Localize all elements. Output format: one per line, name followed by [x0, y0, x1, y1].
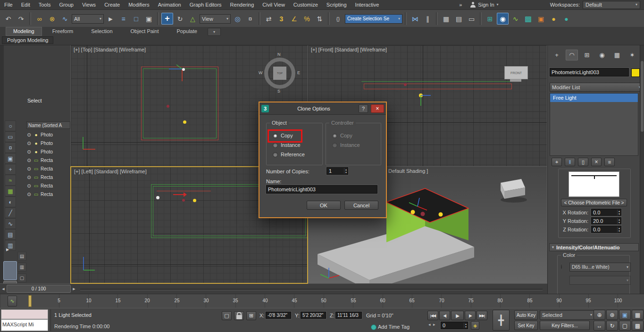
- color-preset-dropdown[interactable]: D65 Illu...e White) ▾: [569, 263, 631, 272]
- compass-west[interactable]: W: [259, 70, 263, 75]
- move-gizmo-arrow[interactable]: [173, 194, 184, 195]
- list-item[interactable]: ⊙ ▭ Recta: [26, 156, 71, 164]
- select-by-name-icon[interactable]: ≡: [117, 13, 129, 25]
- render-production-icon[interactable]: ●: [548, 13, 560, 25]
- list-item[interactable]: ⊙ ▭ Recta: [26, 173, 71, 181]
- toggle-ribbon-icon[interactable]: ▭: [466, 13, 477, 25]
- add-time-tag[interactable]: Add Time Tag: [378, 324, 410, 330]
- tab-modeling[interactable]: Modeling: [6, 27, 42, 36]
- undo-icon[interactable]: ↶: [2, 13, 14, 25]
- select-and-manipulate-icon[interactable]: ¤: [244, 13, 256, 25]
- select-and-rotate-icon[interactable]: ↻: [174, 13, 186, 25]
- angle-snap-icon[interactable]: ∠: [288, 13, 300, 25]
- bind-to-space-warp-icon[interactable]: ∿: [59, 13, 71, 25]
- auto-key-button[interactable]: Auto Key: [514, 310, 538, 320]
- x-rotation-spinner[interactable]: 0.0 ▴▾: [591, 209, 621, 216]
- z-rotation-spinner[interactable]: 0.0 ▴▾: [591, 226, 621, 233]
- zoom-all-icon[interactable]: ⊛: [606, 310, 618, 320]
- room-wireframe-red[interactable]: [364, 84, 512, 89]
- orbit-icon[interactable]: ↻: [606, 321, 618, 331]
- menu-item-animation[interactable]: Animation: [154, 0, 185, 9]
- spinner-snap-icon[interactable]: ⇅: [314, 13, 326, 25]
- number-of-copies-spinner[interactable]: 1 ▴▾: [326, 167, 348, 175]
- eye-icon[interactable]: ⊙: [26, 183, 32, 188]
- tab-freeform[interactable]: Freeform: [45, 27, 81, 36]
- display-tab-icon[interactable]: ▦: [611, 50, 623, 60]
- menu-item-interactive[interactable]: Interactive: [351, 0, 384, 9]
- key-filters-button[interactable]: Key Filters...: [540, 321, 590, 330]
- menu-item-modifiers[interactable]: Modifiers: [124, 0, 154, 9]
- z-coordinate-field[interactable]: [335, 312, 362, 319]
- maximize-viewport-toggle-icon[interactable]: ▩: [632, 321, 644, 331]
- explorer-page-icon[interactable]: ▥: [17, 263, 26, 272]
- maxscript-mini-listener-pink[interactable]: [1, 309, 48, 319]
- secondary-color-dropdown[interactable]: ▾: [569, 276, 631, 285]
- edit-named-selection-sets-icon[interactable]: {}: [332, 13, 344, 25]
- eye-icon[interactable]: ⊙: [26, 149, 32, 154]
- ok-button[interactable]: OK: [307, 201, 341, 210]
- compass-south[interactable]: S: [277, 89, 280, 94]
- time-slider-prev-arrow[interactable]: ◀: [1, 286, 6, 292]
- eye-icon[interactable]: ⊙: [26, 132, 32, 137]
- window-crossing-toggle-icon[interactable]: ▣: [143, 13, 155, 25]
- menu-item-civil-view[interactable]: Civil View: [258, 0, 289, 9]
- navigation-cross-icon[interactable]: ╋: [493, 310, 510, 331]
- go-to-start-button[interactable]: |◀◀: [427, 311, 438, 320]
- help-button[interactable]: ?: [359, 104, 368, 113]
- menu-item-file[interactable]: File: [0, 0, 17, 9]
- cancel-button[interactable]: Cancel: [344, 201, 378, 210]
- zoom-extents-all-icon[interactable]: ▦: [632, 310, 644, 320]
- create-tab-icon[interactable]: +: [551, 50, 563, 60]
- menu-item-graph-editors[interactable]: Graph Editors: [185, 0, 226, 9]
- timeline-ruler[interactable]: ∿ 5 10 15 20 25 30 35 40 45 50 55 60 65 …: [0, 294, 644, 308]
- ribbon-minimize-button[interactable]: ▾: [208, 28, 221, 36]
- dialog-titlebar[interactable]: 3 Clone Options ? ×: [259, 102, 386, 115]
- time-slider-marker[interactable]: [28, 295, 32, 307]
- material-editor-icon[interactable]: ◉: [497, 13, 509, 25]
- explorer-delete-icon[interactable]: ▢: [17, 273, 26, 282]
- display-lights-icon[interactable]: ¤: [5, 142, 16, 153]
- configure-modifier-sets-icon[interactable]: ≡: [604, 158, 615, 166]
- mirror-icon[interactable]: ⋈: [409, 13, 421, 25]
- eye-icon[interactable]: ⊙: [26, 192, 32, 197]
- select-object-icon[interactable]: ►: [105, 13, 117, 25]
- viewport-layout-tab-1[interactable]: [3, 261, 17, 280]
- modify-tab-icon[interactable]: ◠: [566, 50, 578, 60]
- toolbar-flyout-arrow-icon[interactable]: ▶: [6, 247, 9, 252]
- object-name-input[interactable]: [550, 68, 629, 77]
- modifier-list-dropdown[interactable]: Modifier List ▾: [550, 83, 640, 92]
- redo-icon[interactable]: ↷: [15, 13, 27, 25]
- selection-filter-dropdown[interactable]: All ▾: [72, 14, 104, 24]
- display-groups-icon[interactable]: ▦: [5, 186, 16, 196]
- list-item[interactable]: ⊙ ● Photo: [26, 139, 71, 147]
- modifier-stack[interactable]: Free Light: [550, 93, 638, 156]
- light-object-dot[interactable]: [439, 213, 443, 217]
- utilities-tab-icon[interactable]: ✶: [626, 50, 638, 60]
- light-object-dot[interactable]: [182, 68, 185, 71]
- light-object-dot[interactable]: [167, 105, 169, 108]
- current-frame-spinner[interactable]: 0 ▴▾: [441, 322, 468, 329]
- list-item[interactable]: ⊙ ● Photo: [26, 130, 71, 139]
- menu-item-edit[interactable]: Edit: [17, 0, 34, 9]
- display-helpers-icon[interactable]: +: [5, 164, 16, 175]
- track-bar[interactable]: ◀ 0 / 100 ▶: [0, 283, 547, 294]
- use-pivot-point-icon[interactable]: ◎: [232, 13, 243, 25]
- frame-step-forward-icon[interactable]: ▸: [433, 322, 435, 327]
- display-cameras-icon[interactable]: ▣: [5, 153, 16, 164]
- menu-item-create[interactable]: Create: [100, 0, 124, 9]
- close-icon[interactable]: ×: [371, 104, 384, 113]
- eye-icon[interactable]: ⊙: [26, 175, 32, 180]
- isolate-selection-icon[interactable]: ▢: [222, 311, 232, 320]
- scrollbar-thumb[interactable]: [641, 61, 644, 132]
- frame-step-back-icon[interactable]: ◂: [428, 322, 431, 327]
- zoom-extents-icon[interactable]: ▣: [619, 310, 631, 320]
- align-icon[interactable]: ∥: [422, 13, 434, 25]
- sign-in-button[interactable]: Sign In ▾: [466, 0, 502, 9]
- tab-selection[interactable]: Selection: [84, 27, 120, 36]
- menu-item-scripting[interactable]: Scripting: [322, 0, 351, 9]
- absolute-mode-toggle-icon[interactable]: ⊞: [246, 311, 256, 320]
- viewport-perspective-label[interactable]: Default Shading ]: [388, 168, 428, 174]
- panel-grab-strip[interactable]: [0, 45, 4, 283]
- y-coordinate-field[interactable]: [301, 312, 326, 319]
- next-frame-button[interactable]: |▶: [465, 311, 476, 320]
